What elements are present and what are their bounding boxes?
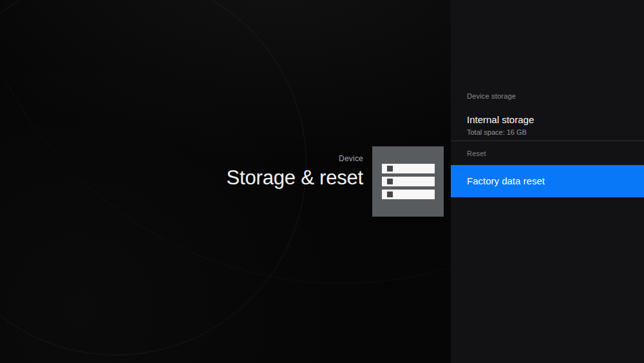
category-label: Device [0,154,363,163]
internal-storage-subtitle: Total space: 16 GB [467,128,636,137]
section-header-device-storage: Device storage [467,92,516,101]
section-header-reset: Reset [467,150,486,158]
section-divider [451,141,644,141]
storage-icon-bar [382,177,435,186]
factory-data-reset-item[interactable]: Factory data reset [451,165,644,197]
storage-icon-chip [387,166,393,172]
page-title: Storage & reset [0,168,363,188]
hero: Device Storage & reset [0,154,363,188]
internal-storage-item[interactable]: Internal storage Total space: 16 GB [451,111,644,141]
settings-panel: Device storage Internal storage Total sp… [451,0,644,363]
storage-icon-chip [387,179,393,184]
storage-icon-chip [387,191,393,197]
storage-icon-bar [382,190,435,199]
storage-reset-screen: Device Storage & reset Device storage In… [0,0,644,363]
storage-icon-bar [382,164,435,173]
internal-storage-title: Internal storage [467,114,636,126]
factory-data-reset-title: Factory data reset [467,175,545,187]
storage-icon [372,146,444,217]
